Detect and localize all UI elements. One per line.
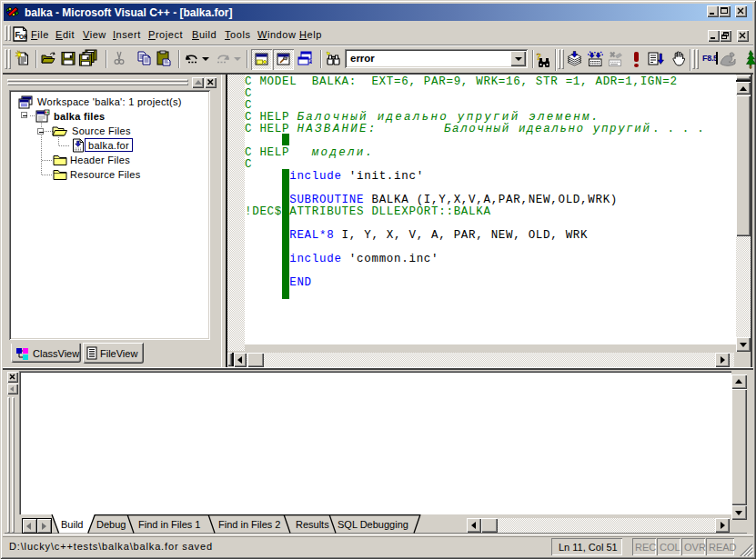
svg-text:OR: OR [19, 34, 27, 40]
